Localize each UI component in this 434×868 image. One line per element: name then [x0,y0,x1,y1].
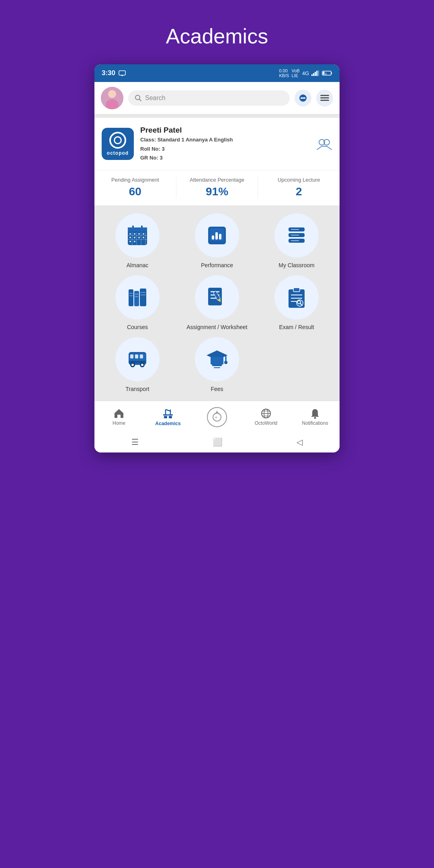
svg-point-12 [108,90,116,98]
back-sys-icon[interactable]: ◁ [297,437,303,447]
courses-icon [125,285,149,309]
svg-point-37 [134,233,135,235]
grid-section: Almanac Performance [94,205,340,401]
menu-sys-icon[interactable]: ☰ [131,437,139,447]
grid-item-assignment[interactable]: Assignment / Worksheet [180,275,254,331]
svg-rect-67 [208,288,222,305]
svg-point-41 [134,237,135,238]
svg-rect-21 [320,97,329,98]
battery-icon: 6 [322,70,332,76]
svg-rect-84 [135,354,138,358]
my-classroom-label: My Classroom [278,262,314,269]
bottom-nav-notifications[interactable]: Notifications [301,408,329,426]
grid-item-fees[interactable]: Fees [180,337,254,393]
page-title: Academics [0,0,434,64]
bottom-nav-academics[interactable]: Academics [154,408,182,426]
svg-point-44 [129,241,131,242]
svg-rect-94 [212,365,222,366]
svg-point-36 [129,233,131,235]
svg-point-38 [138,233,140,235]
profile-gr: GR No: 3 [140,154,310,162]
svg-rect-4 [315,72,316,76]
stat-pending-label: Pending Assignment [94,177,176,183]
svg-line-15 [139,99,141,101]
svg-point-40 [129,237,131,238]
svg-line-101 [166,409,170,411]
svg-text:6: 6 [325,72,327,75]
svg-rect-5 [316,71,317,76]
home-sys-icon[interactable]: ⬜ [213,437,223,447]
chat-button[interactable] [295,90,311,106]
status-right: 0.00KB/S VoBLIE 4G 6 [279,68,332,78]
svg-text:+: + [215,414,218,420]
fees-icon [205,347,229,371]
profile-card: octopod Preeti Patel Class: Standard 1 A… [94,118,340,170]
octoworld-icon [261,408,271,419]
performance-icon-circle [195,213,239,258]
assignment-label: Assignment / Worksheet [186,323,247,331]
transport-icon-circle [115,337,160,381]
transport-label: Transport [125,385,149,393]
svg-point-45 [134,241,135,242]
search-placeholder: Search [145,94,166,102]
svg-rect-90 [129,361,145,362]
bottom-nav-octoworld-label: OctoWorld [255,420,277,426]
exam-icon [285,285,309,309]
menu-icon [320,95,329,101]
search-bar[interactable]: Search [128,90,290,106]
search-icon [135,94,142,102]
menu-button[interactable] [316,90,333,106]
svg-rect-20 [320,95,329,96]
svg-rect-95 [214,367,220,368]
exam-icon-circle [274,275,319,319]
svg-point-17 [301,97,302,99]
stat-attendance-label: Attendance Percentage [176,177,258,183]
svg-point-87 [131,364,134,366]
svg-rect-9 [323,72,325,75]
grid-item-exam[interactable]: Exam / Result [260,275,333,331]
svg-rect-83 [130,354,133,358]
octopod-logo: octopod [102,128,134,160]
grid-item-my-classroom[interactable]: My Classroom [260,213,333,269]
svg-rect-1 [121,75,123,76]
stats-row: Pending Assignment 60 Attendance Percent… [94,170,340,205]
stat-pending-value: 60 [94,185,176,198]
bottom-nav-octoworld[interactable]: OctoWorld [252,408,280,426]
avatar[interactable] [101,87,123,109]
svg-rect-50 [215,232,218,240]
svg-rect-97 [163,414,168,416]
performance-icon [205,223,229,248]
status-bar: 3:30 0.00KB/S VoBLIE 4G 6 [94,64,340,82]
svg-rect-85 [140,354,143,358]
fees-icon-circle [195,337,239,381]
grid-item-almanac[interactable]: Almanac [101,213,174,269]
svg-point-39 [143,233,144,235]
home-icon [114,408,124,419]
profile-info: Preeti Patel Class: Standard 1 Annanya A… [140,126,310,162]
phone-frame: 3:30 0.00KB/S VoBLIE 4G 6 [94,64,340,452]
courses-label: Courses [127,323,148,331]
grid-item-courses[interactable]: Courses [101,275,174,331]
grid-item-performance[interactable]: Performance [180,213,254,269]
svg-point-43 [143,237,144,238]
svg-rect-58 [129,289,133,306]
svg-rect-6 [318,70,319,76]
svg-point-93 [224,361,227,364]
grid-item-transport[interactable]: Transport [101,337,174,393]
bottom-nav: Home Academics + [94,401,340,432]
stat-lecture-label: Upcoming Lecture [258,177,340,183]
svg-rect-22 [320,100,329,101]
svg-rect-8 [331,72,332,74]
svg-point-19 [304,97,305,99]
performance-label: Performance [201,262,233,269]
bottom-nav-home[interactable]: Home [105,408,133,426]
svg-rect-3 [313,73,314,76]
group-icon [316,137,332,150]
chat-icon [299,94,307,102]
exam-label: Exam / Result [279,323,314,331]
my-classroom-icon-circle [274,213,319,258]
almanac-icon-circle [115,213,160,258]
profile-name: Preeti Patel [140,126,310,135]
bottom-nav-center[interactable]: + [203,407,231,428]
svg-rect-2 [311,74,313,76]
